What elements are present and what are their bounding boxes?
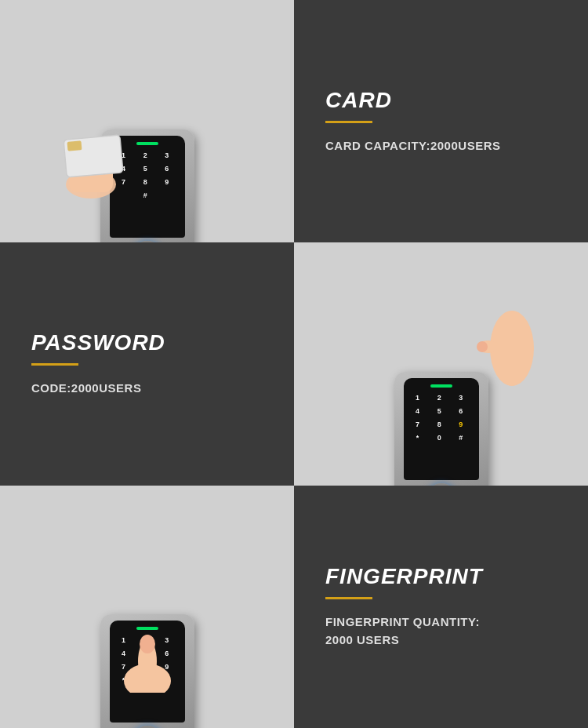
key-m3: 3	[453, 392, 469, 403]
card-title: CARD	[325, 88, 557, 113]
finger-right-svg	[465, 309, 535, 388]
device-screen-mid: 1 2 3 4 5 6 7 8 9 * 0 #	[404, 378, 479, 480]
key-9: 9	[159, 177, 175, 187]
key-m9: 9	[453, 419, 469, 430]
keypad-grid-mid: 1 2 3 4 5 6 7 8 9 * 0 #	[410, 392, 473, 443]
card-underline	[325, 121, 372, 123]
fingerprint-desc: FINGERPRINT QUANTITY: 2000 USERS	[325, 613, 557, 649]
key-m2: 2	[431, 392, 447, 403]
key-m6: 6	[453, 406, 469, 417]
key-3: 3	[159, 150, 175, 161]
key-m7: 7	[410, 419, 426, 430]
status-indicator	[136, 142, 158, 145]
key-m4: 4	[410, 406, 426, 417]
card-desc: CARD CAPACITY:2000USERS	[325, 137, 557, 155]
key-m0: 0	[431, 432, 447, 443]
key-m1: 1	[410, 392, 426, 403]
status-indicator-mid	[430, 384, 452, 388]
cell-top-left: 1 2 3 4 5 6 7 8 9 #	[0, 0, 294, 242]
password-scene: 1 2 3 4 5 6 7 8 9 * 0 #	[355, 286, 528, 442]
password-desc: CODE:2000USERS	[31, 380, 263, 398]
cell-bot-right: FINGERPRINT FINGERPRINT QUANTITY: 2000 U…	[294, 486, 588, 728]
password-title: PASSWORD	[31, 330, 263, 355]
fp-scene: 1 2 3 4 5 6 7 8 9 * 0 #	[61, 528, 234, 685]
key-2: 2	[137, 150, 153, 161]
key-m8: 8	[431, 419, 447, 430]
key-8: 8	[137, 177, 153, 187]
fingerprint-sensor	[132, 241, 162, 243]
key-mhash: #	[453, 432, 469, 443]
fingerprint-sensor-mid	[426, 483, 456, 486]
cell-top-right: CARD CARD CAPACITY:2000USERS	[294, 0, 588, 242]
svg-point-6	[477, 341, 488, 352]
cell-bot-left: 1 2 3 4 5 6 7 8 9 * 0 #	[0, 486, 294, 728]
key-mstar: *	[410, 432, 426, 443]
card-hand-svg	[61, 106, 140, 200]
key-hash: #	[137, 190, 153, 201]
fingerprint-title: FINGERPRINT	[325, 564, 557, 589]
cell-mid-right: 1 2 3 4 5 6 7 8 9 * 0 #	[294, 242, 588, 485]
access-device-mid-right: 1 2 3 4 5 6 7 8 9 * 0 #	[394, 372, 488, 486]
key-m5: 5	[431, 406, 447, 417]
key-5: 5	[137, 163, 153, 174]
card-scene: 1 2 3 4 5 6 7 8 9 #	[61, 43, 234, 200]
cell-mid-left: PASSWORD CODE:2000USERS	[0, 242, 294, 485]
svg-rect-3	[67, 140, 82, 151]
svg-point-9	[140, 635, 155, 653]
svg-rect-2	[64, 135, 123, 177]
password-underline	[31, 363, 78, 366]
key-extra	[159, 190, 175, 201]
fingerprint-underline	[325, 597, 372, 599]
finger-bottom-svg	[116, 630, 179, 693]
key-6: 6	[159, 163, 175, 174]
